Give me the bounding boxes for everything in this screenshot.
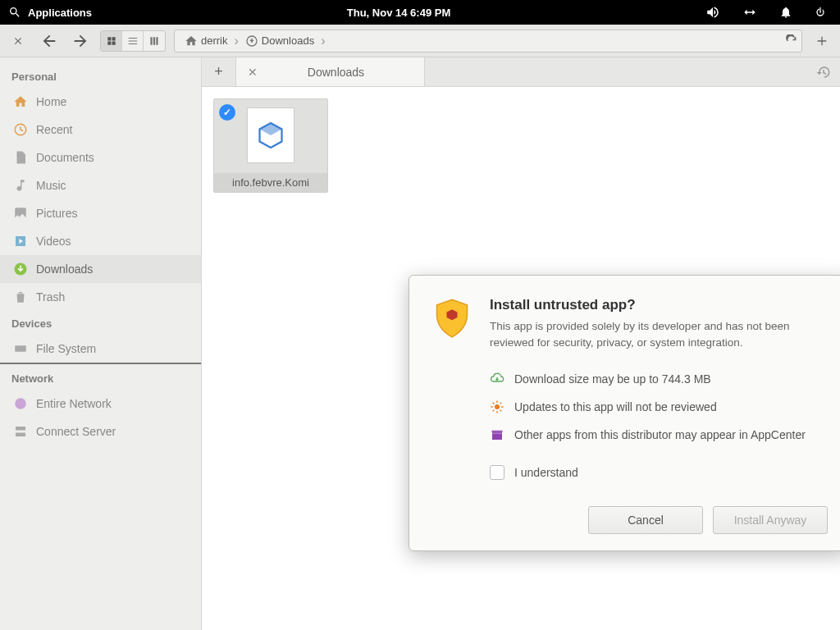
svg-point-7 xyxy=(495,404,500,409)
column-view-icon[interactable] xyxy=(144,31,165,51)
understand-label: I understand xyxy=(514,466,578,479)
sidebar-item-videos[interactable]: Videos xyxy=(0,227,201,255)
breadcrumb-seg-label: Downloads xyxy=(262,34,314,47)
sidebar-item-connect-server[interactable]: Connect Server xyxy=(0,418,201,445)
sidebar-item-filesystem[interactable]: File System xyxy=(0,335,201,364)
dialog-row-text: Updates to this app will not be reviewed xyxy=(514,400,717,413)
refresh-icon[interactable] xyxy=(785,34,798,48)
sidebar-item-downloads[interactable]: Downloads xyxy=(0,255,201,283)
chevron-right-icon: › xyxy=(321,34,325,48)
understand-checkbox-row[interactable]: I understand xyxy=(490,459,823,486)
file-grid[interactable]: info.febvre.Komi xyxy=(202,87,840,204)
file-label: info.febvre.Komi xyxy=(214,173,327,192)
flatpak-icon xyxy=(247,107,294,163)
network-icon[interactable] xyxy=(742,7,758,18)
sidebar: Personal Home Recent Documents Music Pic… xyxy=(0,57,202,630)
breadcrumb-downloads[interactable]: Downloads xyxy=(239,34,321,48)
store-icon xyxy=(490,427,504,442)
dialog-row-text: Download size may be up to 744.3 MB xyxy=(514,372,711,386)
sidebar-item-recent[interactable]: Recent xyxy=(0,116,201,144)
install-untrusted-dialog: Install untrusted app? This app is provi… xyxy=(409,275,840,551)
svg-point-4 xyxy=(15,398,26,409)
applications-menu[interactable]: Applications xyxy=(28,7,92,19)
list-view-icon[interactable] xyxy=(122,31,144,51)
gear-warning-icon xyxy=(490,399,504,414)
svg-rect-6 xyxy=(16,433,25,437)
restore-window-icon[interactable] xyxy=(810,30,833,52)
breadcrumb[interactable]: derrik › Downloads › xyxy=(174,30,802,52)
sidebar-item-home[interactable]: Home xyxy=(0,88,201,116)
dialog-subtitle: This app is provided solely by its devel… xyxy=(490,318,828,350)
file-item[interactable]: info.febvre.Komi xyxy=(213,98,328,193)
sidebar-item-entire-network[interactable]: Entire Network xyxy=(0,390,201,418)
volume-icon[interactable] xyxy=(705,5,720,20)
new-tab-button[interactable]: + xyxy=(202,57,236,86)
sidebar-header-network: Network xyxy=(0,366,201,390)
cancel-button[interactable]: Cancel xyxy=(588,506,703,534)
nav-forward-icon[interactable] xyxy=(69,30,92,52)
content-area: + ✕ Downloads info.febvre.Komi xyxy=(202,57,840,630)
shield-warning-icon xyxy=(431,297,473,340)
search-icon[interactable] xyxy=(8,6,21,19)
sidebar-header-devices: Devices xyxy=(0,311,201,335)
top-panel: Applications Thu, Nov 14 6:49 PM xyxy=(0,0,840,25)
history-icon[interactable] xyxy=(807,57,840,86)
dialog-row-size: Download size may be up to 744.3 MB xyxy=(490,365,823,393)
dialog-row-updates: Updates to this app will not be reviewed xyxy=(490,393,823,421)
selection-check-icon[interactable] xyxy=(219,104,235,121)
breadcrumb-home[interactable]: derrik xyxy=(178,34,235,48)
install-anyway-button[interactable]: Install Anyway xyxy=(713,506,828,534)
svg-rect-3 xyxy=(15,345,26,352)
dialog-row-distributor: Other apps from this distributor may app… xyxy=(490,421,823,449)
tab-bar: + ✕ Downloads xyxy=(202,57,840,87)
notification-bell-icon[interactable] xyxy=(779,6,792,19)
sidebar-item-documents[interactable]: Documents xyxy=(0,144,201,171)
clock[interactable]: Thu, Nov 14 6:49 PM xyxy=(92,7,705,19)
view-switcher[interactable] xyxy=(100,30,166,52)
svg-rect-5 xyxy=(16,427,25,431)
close-tab-icon[interactable]: ✕ xyxy=(248,66,258,79)
dialog-title: Install untrusted app? xyxy=(490,297,828,313)
sidebar-item-music[interactable]: Music xyxy=(0,171,201,199)
download-cloud-icon xyxy=(490,372,504,386)
tab-label: Downloads xyxy=(274,66,413,79)
sidebar-header-personal: Personal xyxy=(0,64,201,88)
close-window-icon[interactable] xyxy=(7,30,30,52)
sidebar-item-trash[interactable]: Trash xyxy=(0,283,201,311)
tab-downloads[interactable]: ✕ Downloads xyxy=(236,57,425,86)
icon-view-icon[interactable] xyxy=(101,31,122,51)
dialog-row-text: Other apps from this distributor may app… xyxy=(514,428,806,441)
file-manager-toolbar: derrik › Downloads › xyxy=(0,25,840,57)
nav-back-icon[interactable] xyxy=(38,30,61,52)
breadcrumb-seg-label: derrik xyxy=(201,34,228,47)
checkbox[interactable] xyxy=(490,465,504,480)
power-icon[interactable] xyxy=(814,6,827,19)
sidebar-item-pictures[interactable]: Pictures xyxy=(0,199,201,227)
